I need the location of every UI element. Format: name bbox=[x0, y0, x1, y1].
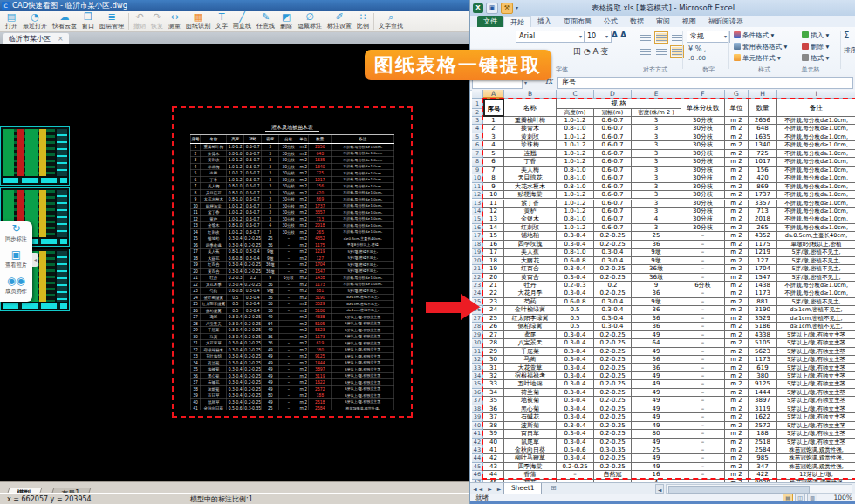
cell-B13[interactable]: 紫丁香 bbox=[504, 200, 557, 208]
cell-G7[interactable]: m 2 bbox=[725, 150, 749, 158]
cell-I4[interactable]: 不拼栽,每分枝d≥1.0cm, bbox=[777, 125, 855, 133]
cell-G10[interactable]: m 2 bbox=[725, 174, 749, 182]
column-header-H[interactable]: H bbox=[749, 90, 777, 99]
cell-D41[interactable]: 0.2-0.25 bbox=[594, 430, 632, 438]
cell-G8[interactable]: m 2 bbox=[725, 158, 749, 166]
cell-E15[interactable]: 4 bbox=[632, 215, 681, 223]
cell-C24[interactable]: 0.3-0.4 bbox=[557, 289, 594, 297]
cell-G41[interactable]: m 2 bbox=[725, 430, 749, 438]
row-header-3[interactable]: 3 bbox=[472, 117, 483, 125]
cell-I34[interactable]: 5芽以上/墩,有独立主茎 bbox=[777, 372, 855, 380]
cell-E23[interactable]: 9 bbox=[632, 282, 681, 289]
cell-B40[interactable]: 波斯菊 bbox=[504, 422, 557, 430]
cell-F32[interactable]: – bbox=[681, 356, 725, 364]
cell-G28[interactable]: m 2 bbox=[725, 323, 749, 330]
任意线-button[interactable]: ✎任意线 bbox=[254, 11, 277, 31]
cell-C16[interactable]: 1.0-1.2 bbox=[557, 224, 594, 232]
cell-G13[interactable]: m 2 bbox=[725, 200, 749, 208]
cell-D3[interactable]: 0.6-0.7 bbox=[594, 117, 632, 125]
cell-D23[interactable]: 0.2 bbox=[594, 282, 632, 289]
cell-I46[interactable]: 12芽以上/墩, bbox=[777, 471, 855, 479]
cell-H30[interactable]: 5105 bbox=[749, 339, 777, 347]
row-header-7[interactable]: 7 bbox=[472, 150, 483, 158]
cell-A13[interactable]: 11 bbox=[483, 200, 504, 208]
cell-F27[interactable]: – bbox=[681, 315, 725, 323]
row-header-22[interactable]: 22 bbox=[472, 274, 483, 282]
cell-I41[interactable]: 5芽以上/墩,有独立主茎 bbox=[777, 430, 855, 438]
cell-A44[interactable]: 42 bbox=[483, 454, 504, 462]
cell-B31[interactable]: 千屈菜 bbox=[504, 348, 557, 356]
cell-G45[interactable]: m 2 bbox=[725, 463, 749, 471]
row-header-9[interactable]: 9 bbox=[472, 167, 483, 174]
cell-A32[interactable]: 30 bbox=[483, 356, 504, 364]
cell-B43[interactable]: 金秋向日葵 bbox=[504, 446, 557, 454]
cell-H5[interactable]: 1635 bbox=[749, 133, 777, 141]
cell-E16[interactable]: 3 bbox=[632, 224, 681, 232]
cell-B5[interactable]: 黄刺玫 bbox=[504, 133, 557, 141]
ribbon-tab-数据[interactable]: 数据 bbox=[624, 16, 650, 27]
row-header-4[interactable]: 4 bbox=[472, 125, 483, 133]
cell-B24[interactable]: 大花月季 bbox=[504, 289, 557, 297]
cell-D9[interactable]: 0.6-0.7 bbox=[594, 167, 632, 174]
cell-E22[interactable]: 36墩 bbox=[632, 274, 681, 282]
cell-D13[interactable]: 0.6-0.7 bbox=[594, 200, 632, 208]
column-header-B[interactable]: B bbox=[504, 90, 557, 99]
autosum-button[interactable]: Σ bbox=[844, 31, 849, 40]
row-header-44[interactable]: 44 bbox=[472, 454, 483, 462]
cell-B11[interactable]: 大花水桠木 bbox=[504, 183, 557, 191]
align-middle-icon[interactable] bbox=[654, 31, 668, 44]
cell-A35[interactable]: 33 bbox=[483, 380, 504, 388]
cell-H17[interactable]: 4352 bbox=[749, 232, 777, 240]
cell-E31[interactable]: 49 bbox=[632, 348, 681, 356]
header-cell-spec[interactable]: 规 格 bbox=[557, 99, 681, 109]
cell-C20[interactable]: 0.6-0.8 bbox=[557, 257, 594, 265]
cell-G30[interactable]: m 2 bbox=[725, 339, 749, 347]
cell-D44[interactable]: 0.2-0.25 bbox=[594, 454, 632, 462]
row-header-30[interactable]: 30 bbox=[472, 339, 483, 347]
cell-G31[interactable]: m 2 bbox=[725, 348, 749, 356]
cell-F9[interactable]: 30分枝 bbox=[681, 167, 725, 174]
view-page-break-icon[interactable]: ▥ bbox=[807, 494, 817, 501]
cell-I16[interactable]: 不拼栽,每分枝d≥1.0cm, bbox=[777, 224, 855, 232]
cell-B23[interactable]: 牡丹 bbox=[504, 282, 557, 289]
cell-D32[interactable]: 0.2-0.25 bbox=[594, 356, 632, 364]
比例-button[interactable]: ∷比例 bbox=[354, 11, 372, 31]
cell-I6[interactable]: 不拼栽,每分枝d≥1.0cm, bbox=[777, 141, 855, 149]
cell-H7[interactable]: 725 bbox=[749, 150, 777, 158]
cell-D25[interactable]: 0.3-0.4 bbox=[594, 298, 632, 306]
cell-B20[interactable]: 大丽花 bbox=[504, 257, 557, 265]
cell-C19[interactable]: 0.8-1.0 bbox=[557, 249, 594, 256]
cell-C3[interactable]: 1.0-1.2 bbox=[557, 117, 594, 125]
cell-B41[interactable]: 百日草 bbox=[504, 430, 557, 438]
cell-E40[interactable]: 49 bbox=[632, 422, 681, 430]
cell-E9[interactable]: 3 bbox=[632, 167, 681, 174]
cell-E12[interactable]: 3 bbox=[632, 191, 681, 199]
cell-E32[interactable]: 36 bbox=[632, 356, 681, 364]
cell-B14[interactable]: 黄栌 bbox=[504, 208, 557, 215]
cell-H23[interactable]: 1438 bbox=[749, 282, 777, 289]
cell-C21[interactable]: 0.3-0.4 bbox=[557, 265, 594, 273]
cell-A11[interactable]: 9 bbox=[483, 183, 504, 191]
cell-A4[interactable]: 2 bbox=[483, 125, 504, 133]
row-header-31[interactable]: 31 bbox=[472, 348, 483, 356]
cell-E3[interactable]: 3 bbox=[632, 117, 681, 125]
cell-A20[interactable]: 18 bbox=[483, 257, 504, 265]
cell-D33[interactable]: 0.2-0.25 bbox=[594, 364, 632, 372]
cell-D4[interactable]: 0.6-0.7 bbox=[594, 125, 632, 133]
cell-A37[interactable]: 35 bbox=[483, 397, 504, 405]
cell-H10[interactable]: 420 bbox=[749, 174, 777, 182]
cell-F13[interactable]: 30分枝 bbox=[681, 200, 725, 208]
row-header-12[interactable]: 12 bbox=[472, 191, 483, 199]
cell-I10[interactable]: 不拼栽,每分枝d≥1.0cm, bbox=[777, 174, 855, 182]
row-header-20[interactable]: 20 bbox=[472, 257, 483, 265]
cell-A6[interactable]: 4 bbox=[483, 141, 504, 149]
cell-G37[interactable]: m 2 bbox=[725, 397, 749, 405]
cell-F25[interactable]: – bbox=[681, 298, 725, 306]
cell-C32[interactable]: 0.3-0.4 bbox=[557, 356, 594, 364]
row-header-36[interactable]: 36 bbox=[472, 389, 483, 397]
cell-C8[interactable]: 1.0-1.2 bbox=[557, 158, 594, 166]
number-format-select[interactable]: 常规▾ bbox=[687, 31, 730, 43]
cell-A43[interactable]: 41 bbox=[483, 446, 504, 454]
标注设置-button[interactable]: ✐标注设置 bbox=[325, 11, 354, 31]
cell-D45[interactable]: 0.2-0.25 bbox=[594, 463, 632, 471]
